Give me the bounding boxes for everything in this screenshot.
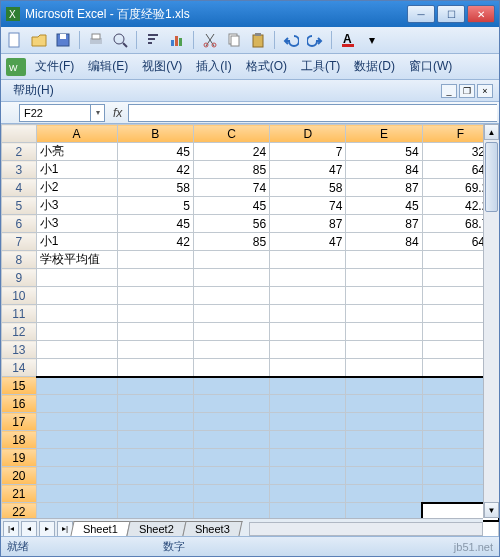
cell-E17[interactable] xyxy=(346,413,422,431)
tab-nav-next-icon[interactable]: ▸ xyxy=(39,521,55,537)
print-icon[interactable] xyxy=(86,30,106,50)
row-header[interactable]: 8 xyxy=(2,251,37,269)
cell-E2[interactable]: 54 xyxy=(346,143,422,161)
select-all-corner[interactable] xyxy=(2,125,37,143)
dropdown-icon[interactable]: ▾ xyxy=(362,30,382,50)
cell-E14[interactable] xyxy=(346,359,422,377)
sheet-tab-2[interactable]: Sheet2 xyxy=(126,521,186,536)
cell-A7[interactable]: 小1 xyxy=(36,233,117,251)
cell-D14[interactable] xyxy=(270,359,346,377)
row-header[interactable]: 2 xyxy=(2,143,37,161)
row-header[interactable]: 17 xyxy=(2,413,37,431)
row-header[interactable]: 14 xyxy=(2,359,37,377)
row-header[interactable]: 4 xyxy=(2,179,37,197)
cell-E3[interactable]: 84 xyxy=(346,161,422,179)
scroll-up-icon[interactable]: ▲ xyxy=(484,124,499,140)
cell-D4[interactable]: 58 xyxy=(270,179,346,197)
horizontal-scrollbar[interactable] xyxy=(249,522,483,536)
cell-A9[interactable] xyxy=(36,269,117,287)
fx-label[interactable]: fx xyxy=(107,106,128,120)
cell-B20[interactable] xyxy=(117,467,193,485)
sort-icon[interactable] xyxy=(143,30,163,50)
doc-restore-button[interactable]: ❐ xyxy=(459,84,475,98)
row-header[interactable]: 18 xyxy=(2,431,37,449)
row-header[interactable]: 9 xyxy=(2,269,37,287)
cut-icon[interactable] xyxy=(200,30,220,50)
cell-D10[interactable] xyxy=(270,287,346,305)
cell-C11[interactable] xyxy=(193,305,269,323)
cell-B9[interactable] xyxy=(117,269,193,287)
cell-A21[interactable] xyxy=(36,485,117,503)
scroll-thumb[interactable] xyxy=(485,142,498,212)
cell-A13[interactable] xyxy=(36,341,117,359)
formula-bar[interactable] xyxy=(128,104,497,122)
cell-C15[interactable] xyxy=(193,377,269,395)
cell-C19[interactable] xyxy=(193,449,269,467)
row-header[interactable]: 5 xyxy=(2,197,37,215)
col-header-A[interactable]: A xyxy=(36,125,117,143)
cell-C2[interactable]: 24 xyxy=(193,143,269,161)
row-header[interactable]: 3 xyxy=(2,161,37,179)
cell-C5[interactable]: 45 xyxy=(193,197,269,215)
cell-B11[interactable] xyxy=(117,305,193,323)
cell-E9[interactable] xyxy=(346,269,422,287)
cell-B18[interactable] xyxy=(117,431,193,449)
chart-icon[interactable] xyxy=(167,30,187,50)
cell-A17[interactable] xyxy=(36,413,117,431)
row-header[interactable]: 7 xyxy=(2,233,37,251)
row-header[interactable]: 19 xyxy=(2,449,37,467)
cell-E19[interactable] xyxy=(346,449,422,467)
vertical-scrollbar[interactable]: ▲ ▼ xyxy=(483,124,499,518)
col-header-D[interactable]: D xyxy=(270,125,346,143)
cell-D3[interactable]: 47 xyxy=(270,161,346,179)
cell-A12[interactable] xyxy=(36,323,117,341)
cell-A2[interactable]: 小亮 xyxy=(36,143,117,161)
cell-A10[interactable] xyxy=(36,287,117,305)
save-icon[interactable] xyxy=(53,30,73,50)
cell-A18[interactable] xyxy=(36,431,117,449)
minimize-button[interactable]: ─ xyxy=(407,5,435,23)
cell-E5[interactable]: 45 xyxy=(346,197,422,215)
cell-B3[interactable]: 42 xyxy=(117,161,193,179)
row-header[interactable]: 12 xyxy=(2,323,37,341)
cell-C20[interactable] xyxy=(193,467,269,485)
cell-E21[interactable] xyxy=(346,485,422,503)
paste-icon[interactable] xyxy=(248,30,268,50)
cell-E12[interactable] xyxy=(346,323,422,341)
cell-E7[interactable]: 84 xyxy=(346,233,422,251)
cell-D18[interactable] xyxy=(270,431,346,449)
close-button[interactable]: ✕ xyxy=(467,5,495,23)
cell-C12[interactable] xyxy=(193,323,269,341)
cell-A8[interactable]: 学校平均值 xyxy=(36,251,117,269)
col-header-E[interactable]: E xyxy=(346,125,422,143)
menu-insert[interactable]: 插入(I) xyxy=(190,56,237,77)
menu-data[interactable]: 数据(D) xyxy=(348,56,401,77)
cell-D11[interactable] xyxy=(270,305,346,323)
cell-A20[interactable] xyxy=(36,467,117,485)
cell-D13[interactable] xyxy=(270,341,346,359)
row-header[interactable]: 21 xyxy=(2,485,37,503)
cell-C18[interactable] xyxy=(193,431,269,449)
cell-C3[interactable]: 85 xyxy=(193,161,269,179)
cell-B12[interactable] xyxy=(117,323,193,341)
preview-icon[interactable] xyxy=(110,30,130,50)
cell-A15[interactable] xyxy=(36,377,117,395)
row-header[interactable]: 11 xyxy=(2,305,37,323)
row-header[interactable]: 10 xyxy=(2,287,37,305)
tab-nav-first-icon[interactable]: |◂ xyxy=(3,521,19,537)
maximize-button[interactable]: ☐ xyxy=(437,5,465,23)
cell-A5[interactable]: 小3 xyxy=(36,197,117,215)
cell-D9[interactable] xyxy=(270,269,346,287)
cell-D16[interactable] xyxy=(270,395,346,413)
menu-tools[interactable]: 工具(T) xyxy=(295,56,346,77)
cell-D6[interactable]: 87 xyxy=(270,215,346,233)
cell-C6[interactable]: 56 xyxy=(193,215,269,233)
cell-B15[interactable] xyxy=(117,377,193,395)
menu-edit[interactable]: 编辑(E) xyxy=(82,56,134,77)
new-doc-icon[interactable] xyxy=(5,30,25,50)
cell-B17[interactable] xyxy=(117,413,193,431)
cell-E8[interactable] xyxy=(346,251,422,269)
sheet-tab-3[interactable]: Sheet3 xyxy=(182,521,242,536)
menu-format[interactable]: 格式(O) xyxy=(240,56,293,77)
doc-minimize-button[interactable]: _ xyxy=(441,84,457,98)
